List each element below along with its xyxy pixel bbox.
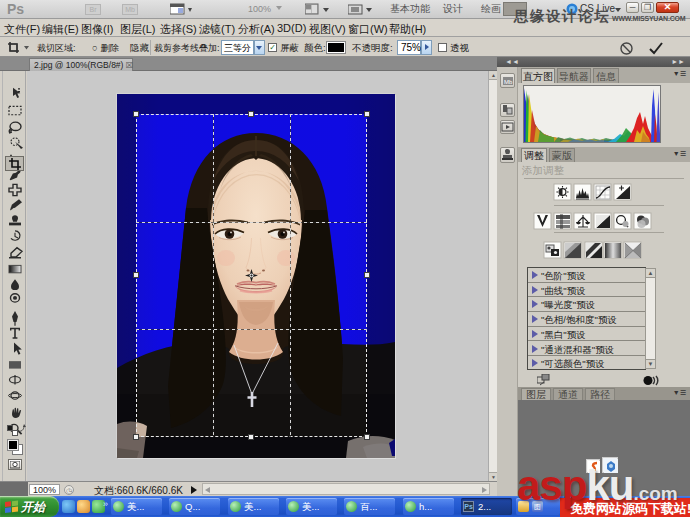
svg-text:Mb: Mb	[504, 79, 513, 85]
